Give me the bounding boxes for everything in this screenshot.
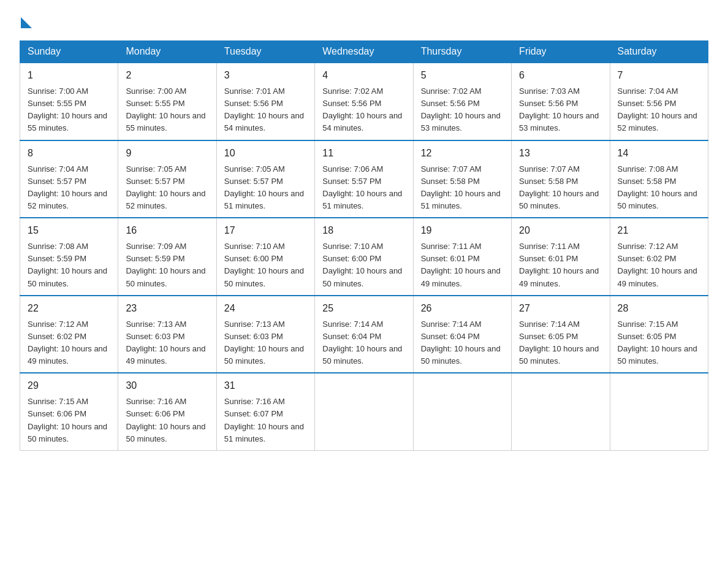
day-info: Sunrise: 7:02 AMSunset: 5:56 PMDaylight:… [322, 85, 405, 135]
day-number: 10 [224, 146, 307, 161]
day-info: Sunrise: 7:15 AMSunset: 6:05 PMDaylight:… [618, 318, 700, 368]
header-day-saturday: Saturday [610, 41, 708, 63]
calendar-cell: 10Sunrise: 7:05 AMSunset: 5:57 PMDayligh… [216, 140, 314, 218]
day-info: Sunrise: 7:16 AMSunset: 6:07 PMDaylight:… [224, 396, 307, 445]
day-info: Sunrise: 7:00 AMSunset: 5:55 PMDaylight:… [28, 85, 110, 135]
calendar-cell: 7Sunrise: 7:04 AMSunset: 5:56 PMDaylight… [610, 63, 708, 140]
day-number: 31 [224, 378, 307, 393]
day-info: Sunrise: 7:11 AMSunset: 6:01 PMDaylight:… [421, 240, 504, 290]
calendar-cell: 12Sunrise: 7:07 AMSunset: 5:58 PMDayligh… [413, 140, 511, 218]
day-number: 21 [618, 223, 700, 238]
header [20, 15, 708, 26]
day-number: 4 [322, 68, 405, 83]
calendar-cell: 13Sunrise: 7:07 AMSunset: 5:58 PMDayligh… [512, 140, 610, 218]
calendar-body: 1Sunrise: 7:00 AMSunset: 5:55 PMDaylight… [20, 63, 708, 450]
week-row-2: 8Sunrise: 7:04 AMSunset: 5:57 PMDaylight… [20, 140, 708, 218]
day-info: Sunrise: 7:05 AMSunset: 5:57 PMDaylight:… [224, 163, 307, 213]
calendar-cell: 15Sunrise: 7:08 AMSunset: 5:59 PMDayligh… [20, 218, 118, 296]
calendar-cell: 9Sunrise: 7:05 AMSunset: 5:57 PMDaylight… [118, 140, 216, 218]
day-info: Sunrise: 7:04 AMSunset: 5:57 PMDaylight:… [28, 163, 110, 213]
day-number: 2 [126, 68, 208, 83]
day-info: Sunrise: 7:03 AMSunset: 5:56 PMDaylight:… [519, 85, 602, 135]
day-info: Sunrise: 7:05 AMSunset: 5:57 PMDaylight:… [126, 163, 208, 213]
day-info: Sunrise: 7:01 AMSunset: 5:56 PMDaylight:… [224, 85, 307, 135]
calendar-cell: 31Sunrise: 7:16 AMSunset: 6:07 PMDayligh… [216, 373, 314, 450]
day-number: 28 [618, 301, 700, 316]
day-info: Sunrise: 7:06 AMSunset: 5:57 PMDaylight:… [322, 163, 405, 213]
week-row-4: 22Sunrise: 7:12 AMSunset: 6:02 PMDayligh… [20, 296, 708, 373]
calendar-cell [413, 373, 511, 450]
day-info: Sunrise: 7:04 AMSunset: 5:56 PMDaylight:… [618, 85, 700, 135]
day-info: Sunrise: 7:08 AMSunset: 5:58 PMDaylight:… [618, 163, 700, 213]
day-number: 27 [519, 301, 602, 316]
day-number: 11 [322, 146, 405, 161]
day-number: 14 [618, 146, 700, 161]
calendar-cell: 19Sunrise: 7:11 AMSunset: 6:01 PMDayligh… [413, 218, 511, 296]
calendar-cell: 22Sunrise: 7:12 AMSunset: 6:02 PMDayligh… [20, 296, 118, 373]
day-info: Sunrise: 7:02 AMSunset: 5:56 PMDaylight:… [421, 85, 504, 135]
day-info: Sunrise: 7:07 AMSunset: 5:58 PMDaylight:… [519, 163, 602, 213]
calendar-cell: 16Sunrise: 7:09 AMSunset: 5:59 PMDayligh… [118, 218, 216, 296]
day-number: 22 [28, 301, 110, 316]
day-info: Sunrise: 7:15 AMSunset: 6:06 PMDaylight:… [28, 396, 110, 445]
header-day-wednesday: Wednesday [315, 41, 413, 63]
calendar-cell: 20Sunrise: 7:11 AMSunset: 6:01 PMDayligh… [512, 218, 610, 296]
day-number: 24 [224, 301, 307, 316]
calendar-cell: 28Sunrise: 7:15 AMSunset: 6:05 PMDayligh… [610, 296, 708, 373]
calendar-cell: 4Sunrise: 7:02 AMSunset: 5:56 PMDaylight… [315, 63, 413, 140]
calendar-cell: 17Sunrise: 7:10 AMSunset: 6:00 PMDayligh… [216, 218, 314, 296]
week-row-5: 29Sunrise: 7:15 AMSunset: 6:06 PMDayligh… [20, 373, 708, 450]
calendar-cell: 5Sunrise: 7:02 AMSunset: 5:56 PMDaylight… [413, 63, 511, 140]
day-info: Sunrise: 7:16 AMSunset: 6:06 PMDaylight:… [126, 396, 208, 445]
day-info: Sunrise: 7:09 AMSunset: 5:59 PMDaylight:… [126, 240, 208, 290]
calendar-cell: 14Sunrise: 7:08 AMSunset: 5:58 PMDayligh… [610, 140, 708, 218]
day-number: 19 [421, 223, 504, 238]
day-info: Sunrise: 7:00 AMSunset: 5:55 PMDaylight:… [126, 85, 208, 135]
header-day-tuesday: Tuesday [216, 41, 314, 63]
day-number: 16 [126, 223, 208, 238]
day-number: 29 [28, 378, 110, 393]
day-number: 20 [519, 223, 602, 238]
day-number: 26 [421, 301, 504, 316]
calendar-cell [610, 373, 708, 450]
calendar-cell: 6Sunrise: 7:03 AMSunset: 5:56 PMDaylight… [512, 63, 610, 140]
calendar-cell: 1Sunrise: 7:00 AMSunset: 5:55 PMDaylight… [20, 63, 118, 140]
day-number: 15 [28, 223, 110, 238]
day-number: 18 [322, 223, 405, 238]
calendar-table: SundayMondayTuesdayWednesdayThursdayFrid… [20, 40, 708, 451]
calendar-cell: 11Sunrise: 7:06 AMSunset: 5:57 PMDayligh… [315, 140, 413, 218]
header-day-sunday: Sunday [20, 41, 118, 63]
day-info: Sunrise: 7:14 AMSunset: 6:05 PMDaylight:… [519, 318, 602, 368]
header-day-monday: Monday [118, 41, 216, 63]
day-number: 25 [322, 301, 405, 316]
day-info: Sunrise: 7:07 AMSunset: 5:58 PMDaylight:… [421, 163, 504, 213]
day-number: 7 [618, 68, 700, 83]
day-number: 9 [126, 146, 208, 161]
day-number: 17 [224, 223, 307, 238]
header-day-friday: Friday [512, 41, 610, 63]
logo [20, 15, 32, 26]
day-number: 1 [28, 68, 110, 83]
calendar-cell: 23Sunrise: 7:13 AMSunset: 6:03 PMDayligh… [118, 296, 216, 373]
day-number: 23 [126, 301, 208, 316]
calendar-cell: 26Sunrise: 7:14 AMSunset: 6:04 PMDayligh… [413, 296, 511, 373]
day-info: Sunrise: 7:08 AMSunset: 5:59 PMDaylight:… [28, 240, 110, 290]
day-number: 13 [519, 146, 602, 161]
day-info: Sunrise: 7:13 AMSunset: 6:03 PMDaylight:… [126, 318, 208, 368]
day-number: 5 [421, 68, 504, 83]
day-number: 6 [519, 68, 602, 83]
calendar-cell: 30Sunrise: 7:16 AMSunset: 6:06 PMDayligh… [118, 373, 216, 450]
week-row-3: 15Sunrise: 7:08 AMSunset: 5:59 PMDayligh… [20, 218, 708, 296]
calendar-cell [315, 373, 413, 450]
calendar-cell: 24Sunrise: 7:13 AMSunset: 6:03 PMDayligh… [216, 296, 314, 373]
calendar-cell: 8Sunrise: 7:04 AMSunset: 5:57 PMDaylight… [20, 140, 118, 218]
calendar-cell: 25Sunrise: 7:14 AMSunset: 6:04 PMDayligh… [315, 296, 413, 373]
calendar-header: SundayMondayTuesdayWednesdayThursdayFrid… [20, 41, 708, 63]
day-number: 3 [224, 68, 307, 83]
day-number: 12 [421, 146, 504, 161]
day-info: Sunrise: 7:10 AMSunset: 6:00 PMDaylight:… [322, 240, 405, 290]
header-day-thursday: Thursday [413, 41, 511, 63]
day-info: Sunrise: 7:12 AMSunset: 6:02 PMDaylight:… [28, 318, 110, 368]
day-info: Sunrise: 7:14 AMSunset: 6:04 PMDaylight:… [421, 318, 504, 368]
logo-triangle-icon [21, 17, 32, 28]
